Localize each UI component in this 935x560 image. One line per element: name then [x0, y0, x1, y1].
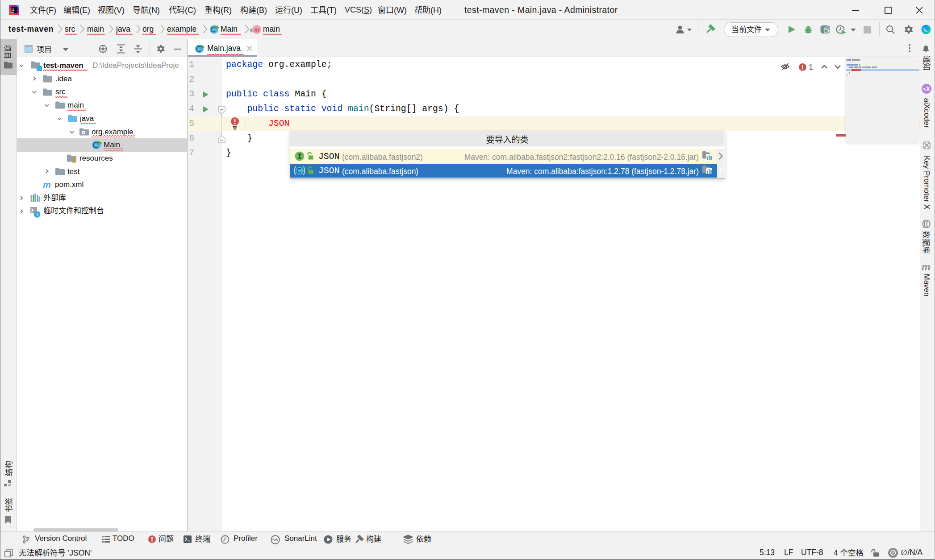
svg-text:m: m [255, 26, 260, 33]
